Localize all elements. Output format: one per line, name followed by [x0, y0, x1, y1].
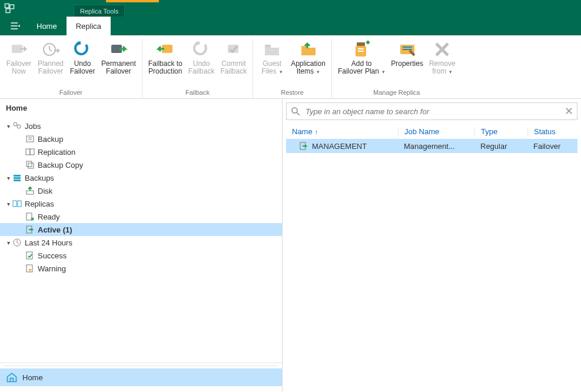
svg-rect-24 [26, 191, 34, 194]
tree-item-ready[interactable]: Ready [0, 210, 282, 223]
ribbon-group-title: Failover [59, 88, 82, 98]
tree-item-label: Jobs [25, 122, 41, 131]
tree-item-icon [25, 212, 35, 221]
cell-name: MANAGEMENT [312, 142, 367, 151]
svg-rect-19 [26, 161, 32, 167]
svg-rect-20 [28, 163, 34, 168]
svg-line-33 [297, 112, 300, 115]
svg-rect-22 [14, 177, 21, 179]
application-items-button[interactable]: Application Items ▾ [288, 39, 328, 88]
svg-rect-26 [18, 201, 21, 207]
content-pane: ✕ Name↑ Job Name Type Status MANAGEMENTM… [283, 99, 581, 392]
search-box[interactable]: ✕ [286, 102, 577, 120]
commit-failback-button: Commit Failback [218, 39, 249, 88]
tree-item-icon [25, 186, 35, 195]
grid-row[interactable]: MANAGEMENTManagement...RegularFailover [286, 139, 577, 153]
tree-item-active-1[interactable]: Active (1) [0, 223, 282, 236]
application-items-icon [299, 40, 318, 59]
ribbon-btn-label: Permanent Failover [101, 60, 136, 75]
undo-failback-button: Undo Failback [186, 39, 217, 88]
chevron-down-icon: ▾ [280, 69, 283, 75]
tab-replica[interactable]: Replica [67, 16, 111, 35]
failback-to-production-button[interactable]: Failback to Production [146, 39, 185, 88]
replica-vm-icon [299, 141, 308, 151]
nav-bottom-home-label: Home [22, 373, 43, 382]
tree-item-label: Backups [25, 174, 54, 182]
col-header-type[interactable]: Type [474, 127, 527, 136]
accent-strip [106, 0, 159, 2]
ribbon-btn-label: Planned Failover [38, 60, 64, 75]
svg-rect-23 [14, 180, 21, 181]
tree-item-icon [25, 251, 35, 260]
ribbon-btn-label: Application Items ▾ [291, 60, 326, 75]
tree-toggle-icon[interactable]: ▾ [5, 240, 12, 246]
svg-rect-21 [14, 175, 21, 177]
svg-rect-27 [26, 213, 32, 220]
nav-bottom-home[interactable]: Home [0, 368, 282, 386]
svg-rect-1 [10, 5, 14, 9]
tree-item-warning[interactable]: Warning [0, 262, 282, 275]
tree-item-label: Backup Copy [38, 161, 83, 170]
nav-tree: ▾JobsBackupReplicationBackup Copy▾Backup… [0, 117, 282, 363]
ribbon-group-restore: Guest Files ▾Application Items ▾Restore [253, 39, 332, 98]
svg-rect-25 [13, 201, 16, 207]
tree-item-disk[interactable]: Disk [0, 184, 282, 197]
tree-item-backup[interactable]: Backup [0, 132, 282, 145]
search-icon [290, 106, 301, 117]
search-input[interactable] [304, 107, 561, 117]
ribbon-btn-label: Guest Files ▾ [261, 60, 283, 75]
tree-item-icon [12, 199, 22, 208]
ribbon-group-failback: Failback to ProductionUndo FailbackCommi… [142, 39, 253, 98]
ribbon-group-title: Failback [185, 88, 210, 98]
clear-search-icon[interactable]: ✕ [565, 105, 573, 118]
tree-toggle-icon[interactable]: ▾ [5, 123, 12, 129]
tree-item-label: Active (1) [38, 225, 72, 234]
tree-toggle-icon[interactable]: ▾ [5, 175, 12, 181]
tab-home[interactable]: Home [27, 16, 67, 35]
tree-item-success[interactable]: Success [0, 249, 282, 262]
nav-pane: Home ▾JobsBackupReplicationBackup Copy▾B… [0, 99, 283, 392]
undo-failover-button[interactable]: Undo Failover [67, 39, 98, 88]
app-menu-button[interactable] [4, 16, 27, 35]
add-to-failover-plan-icon [352, 40, 371, 59]
tree-item-icon [25, 134, 35, 144]
nav-title: Home [0, 99, 282, 117]
tree-toggle-icon[interactable]: ▾ [5, 201, 12, 207]
tab-home-label: Home [36, 22, 57, 31]
permanent-failover-button[interactable]: Permanent Failover [99, 39, 138, 88]
ribbon-btn-label: Failback to Production [148, 60, 182, 75]
planned-failover-button: Planned Failover [35, 39, 66, 88]
tree-item-backup-copy[interactable]: Backup Copy [0, 158, 282, 171]
tree-item-icon [25, 225, 35, 234]
tree-item-label: Backup [38, 135, 63, 144]
tree-item-label: Disk [38, 187, 52, 195]
svg-rect-16 [26, 136, 34, 142]
tree-item-icon [25, 264, 35, 273]
col-header-status[interactable]: Status [527, 127, 577, 136]
tree-item-replication[interactable]: Replication [0, 145, 282, 158]
ribbon-group-title: Manage Replica [373, 88, 420, 98]
tree-item-backups[interactable]: ▾Backups [0, 171, 282, 184]
add-to-failover-plan-button[interactable]: Add to Failover Plan ▾ [336, 39, 387, 88]
col-header-name[interactable]: Name↑ [286, 127, 398, 136]
ribbon-btn-label: Undo Failback [188, 60, 215, 75]
tree-item-label: Last 24 Hours [25, 238, 72, 247]
nav-bottom: Home [0, 363, 282, 392]
tree-item-last-24-hours[interactable]: ▾Last 24 Hours [0, 236, 282, 249]
chevron-down-icon: ▾ [317, 69, 320, 75]
tree-item-replicas[interactable]: ▾Replicas [0, 197, 282, 210]
tree-item-jobs[interactable]: ▾Jobs [0, 119, 282, 132]
grid-body: MANAGEMENTManagement...RegularFailover [286, 139, 577, 153]
tree-item-icon [12, 173, 22, 182]
svg-rect-2 [6, 9, 10, 13]
properties-icon [398, 40, 417, 59]
col-header-job[interactable]: Job Name [398, 127, 474, 136]
ribbon-btn-label: Undo Failover [70, 60, 95, 75]
properties-button[interactable]: Properties [389, 39, 426, 88]
svg-rect-0 [5, 4, 9, 8]
tree-item-label: Warning [38, 264, 66, 273]
sort-asc-icon: ↑ [315, 128, 318, 135]
undo-failback-icon [192, 40, 211, 59]
chevron-down-icon: ▾ [449, 69, 452, 75]
ribbon-btn-label: Add to Failover Plan ▾ [338, 60, 385, 75]
